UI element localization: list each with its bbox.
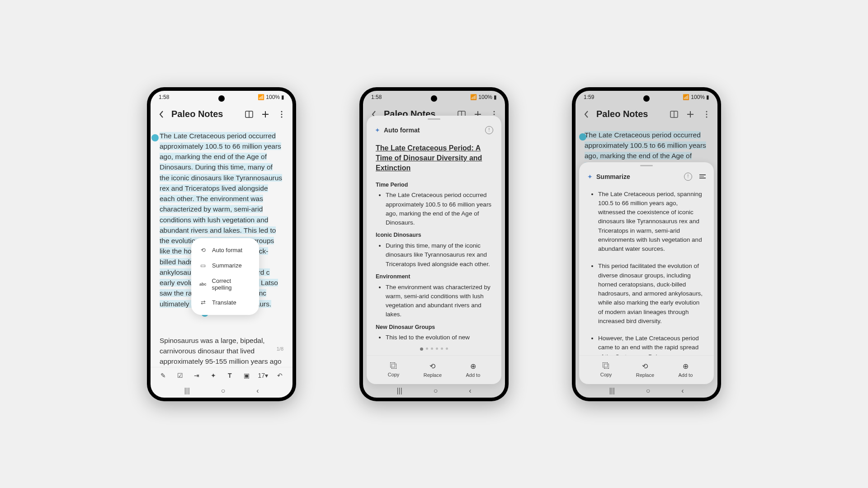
dot[interactable] [426,347,428,350]
ai-context-menu: ⟲Auto format ▭Summarize abcCorrect spell… [191,238,259,315]
camera-hole [431,95,437,102]
back-button[interactable] [580,108,593,121]
selection-handle-start[interactable] [151,134,159,141]
battery-icon: ▮ [706,94,709,100]
nav-home[interactable]: ○ [434,387,438,395]
editor-toolbar: ✎ ☑ ⇥ ✦ T ▣ 17 ▾ ↶ [151,367,292,384]
note-paragraph-2[interactable]: Spinosaurus was a large, bipedal, carniv… [151,331,292,371]
replace-button[interactable]: ⟲Replace [424,362,442,378]
add-to-icon: ⊕ [470,362,476,371]
format-tool[interactable]: ⇥ [191,370,202,381]
panel-body[interactable]: The Late Cretaceous period, spanning 100… [579,187,714,355]
panel-title: Summarize [596,173,680,180]
svg-point-13 [706,113,708,115]
summarize-panel: ✦ Summarize ! The Late Cretaceous period… [579,162,714,384]
copy-icon: ⿻ [390,362,397,370]
battery-label: 100% [478,94,492,100]
formatted-title: The Late Cretaceous Period: A Time of Di… [376,143,492,174]
svg-point-8 [494,113,495,115]
ctx-translate[interactable]: ⇄Translate [191,295,259,310]
dot[interactable] [441,347,443,350]
reader-mode-button[interactable] [243,108,255,121]
summary-bullet: However, the Late Cretaceous period came… [598,334,705,355]
undo-button[interactable]: ↶ [274,370,285,381]
camera-hole [218,95,225,102]
svg-point-12 [706,111,708,112]
add-button[interactable] [684,108,697,121]
spelling-icon: abc [199,281,207,288]
info-button[interactable]: ! [485,126,493,134]
battery-icon: ▮ [494,94,497,100]
translate-icon: ⇄ [199,299,207,306]
nav-back[interactable]: ‹ [256,387,259,395]
panel-title: Auto format [384,127,481,134]
dot[interactable] [431,347,433,350]
sparkle-icon: ✦ [587,173,593,180]
nav-home[interactable]: ○ [646,387,651,395]
ctx-auto-format-label: Auto format [212,247,242,253]
svg-point-4 [281,116,283,117]
ctx-correct-spelling[interactable]: abcCorrect spelling [191,273,259,295]
section-bullet: This led to the evolution of new dinosau… [386,333,492,343]
app-header: Paleo Notes [576,103,717,125]
add-button[interactable] [259,108,272,121]
replace-icon: ⟲ [429,362,435,371]
auto-format-panel: ✦ Auto format ! The Late Cretaceous Peri… [367,116,501,384]
more-button[interactable] [700,108,713,121]
info-button[interactable]: ! [684,173,692,181]
dot[interactable] [446,347,448,350]
auto-format-icon: ⟲ [199,247,207,254]
add-to-button[interactable]: ⊕Add to [678,362,693,378]
nav-back[interactable]: ‹ [469,387,471,395]
add-to-label: Add to [678,372,693,378]
ai-sparkle-tool[interactable]: ✦ [208,370,219,381]
panel-actions: ⿻Copy ⟲Replace ⊕Add to [579,355,714,384]
insert-tool[interactable]: ▣ [241,370,252,381]
reader-mode-button[interactable] [668,108,680,121]
sparkle-icon: ✦ [375,127,380,134]
selection-handle-start[interactable] [579,133,586,141]
ctx-translate-label: Translate [212,299,236,306]
font-size-dropdown[interactable]: 17 ▾ [258,370,269,381]
copy-button[interactable]: ⿻Copy [600,362,612,378]
wifi-icon: 📶 [258,94,264,100]
add-to-label: Add to [466,372,480,378]
svg-point-7 [494,111,495,112]
system-nav: ||| ○ ‹ [151,384,292,398]
page-indicator: 1/8 [277,346,283,352]
replace-button[interactable]: ⟲Replace [636,362,654,378]
more-button[interactable] [275,108,288,121]
nav-recents[interactable]: ||| [609,387,614,395]
page-title: Paleo Notes [171,109,239,119]
text-style-tool[interactable]: T [224,370,235,381]
add-to-icon: ⊕ [683,362,689,371]
nav-recents[interactable]: ||| [396,387,402,395]
add-to-button[interactable]: ⊕Add to [466,362,480,378]
status-right: 📶 100% ▮ [470,94,497,100]
dot[interactable] [436,347,438,350]
nav-recents[interactable]: ||| [184,387,189,395]
dot-active[interactable] [420,347,423,351]
section-bullet: During this time, many of the iconic din… [386,241,492,269]
settings-icon[interactable] [699,174,706,178]
summary-bullet: This period facilitated the evolution of… [598,262,705,326]
checkbox-tool[interactable]: ☑ [175,370,185,381]
ctx-auto-format[interactable]: ⟲Auto format [191,243,259,258]
summary-bullet: The Late Cretaceous period, spanning 100… [598,190,705,254]
phone-3: 1:59 📶 100% ▮ Paleo Notes The Late Creta… [572,87,721,401]
battery-label: 100% [266,94,280,100]
section-heading: Time Period [376,181,492,189]
ctx-summarize[interactable]: ▭Summarize [191,258,259,273]
pen-tool[interactable]: ✎ [158,370,169,381]
svg-point-14 [706,116,708,117]
ctx-spelling-label: Correct spelling [212,277,251,291]
nav-home[interactable]: ○ [221,387,226,395]
back-button[interactable] [155,108,168,121]
panel-body[interactable]: The Late Cretaceous Period: A Time of Di… [367,141,501,343]
status-right: 📶 100% ▮ [258,94,284,100]
page-title: Paleo Notes [596,109,664,119]
replace-label: Replace [424,372,442,378]
note-content[interactable]: The Late Cretaceous period occurred appr… [151,125,292,398]
nav-back[interactable]: ‹ [681,387,684,395]
copy-button[interactable]: ⿻Copy [388,362,400,378]
